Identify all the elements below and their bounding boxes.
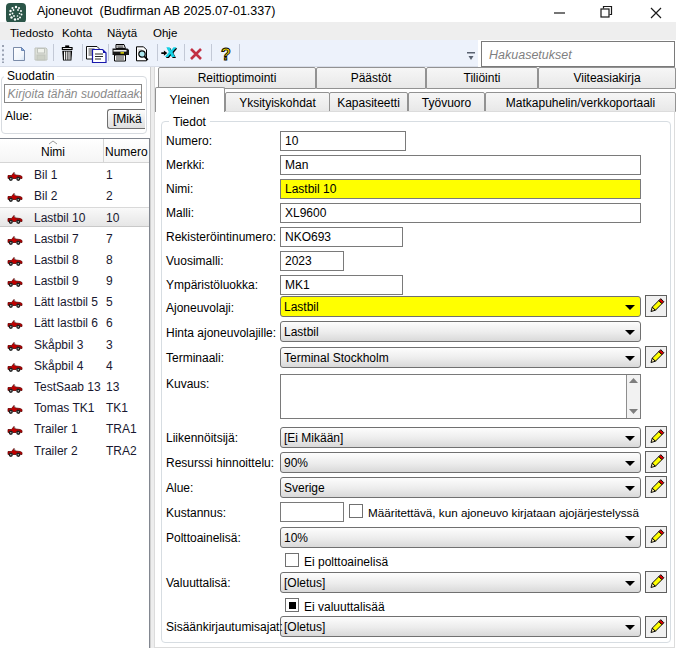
svg-text:?: ? (221, 46, 231, 62)
